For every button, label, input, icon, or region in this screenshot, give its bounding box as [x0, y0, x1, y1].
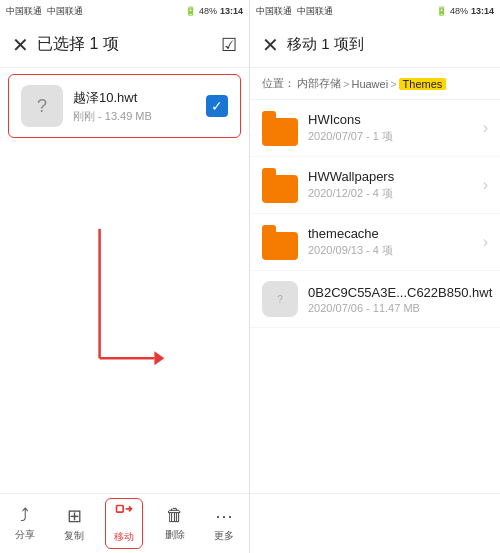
bottom-toolbar: ⤴ 分享 ⊞ 复制 移动 🗑 删除 ⋯ — [0, 493, 249, 553]
folder-name-hwwallpapers: HWWallpapers — [308, 169, 483, 184]
left-status-bar: 中国联通 中国联通 🔋 48% 13:14 — [0, 0, 249, 22]
close-button[interactable]: ✕ — [12, 33, 29, 57]
folder-icon-themecache — [262, 224, 298, 260]
left-panel: 中国联通 中国联通 🔋 48% 13:14 ✕ 已选择 1 项 ☑ ? 越泽10… — [0, 0, 250, 553]
toolbar-delete[interactable]: 🗑 删除 — [157, 501, 193, 546]
share-icon: ⤴ — [20, 505, 29, 526]
time-left: 13:14 — [220, 6, 243, 16]
battery-left: 48% — [199, 6, 217, 16]
file-icon-label: ? — [37, 96, 47, 117]
right-header: ✕ 移动 1 项到 — [250, 22, 500, 68]
battery-right: 48% — [450, 6, 468, 16]
folder-item-hwicons[interactable]: HWIcons 2020/07/07 - 1 项 › — [250, 100, 500, 157]
toolbar-more[interactable]: ⋯ 更多 — [206, 501, 242, 547]
file-item-hwt[interactable]: ? 0B2C9C55A3E...C622B850.hwt 2020/07/06 … — [250, 271, 500, 328]
folder-item-themecache[interactable]: themecache 2020/09/13 - 4 项 › — [250, 214, 500, 271]
svg-rect-3 — [117, 506, 124, 513]
file-info-hwt: 0B2C9C55A3E...C622B850.hwt 2020/07/06 - … — [308, 285, 492, 314]
carrier-left2: 中国联通 — [47, 5, 83, 18]
folder-icon-hwwallpapers — [262, 167, 298, 203]
folder-item-hwwallpapers[interactable]: HWWallpapers 2020/12/02 - 4 项 › — [250, 157, 500, 214]
chevron-themecache: › — [483, 233, 488, 251]
right-close-button[interactable]: ✕ — [262, 33, 279, 57]
file-name-left: 越泽10.hwt — [73, 89, 206, 107]
move-arrow — [0, 144, 249, 493]
folder-meta-hwwallpapers: 2020/12/02 - 4 项 — [308, 186, 483, 201]
file-meta-left: 刚刚 - 13.49 MB — [73, 109, 206, 124]
toolbar-copy[interactable]: ⊞ 复制 — [56, 501, 92, 547]
right-file-list: HWIcons 2020/07/07 - 1 项 › HWWallpapers … — [250, 100, 500, 493]
file-icon-left: ? — [21, 85, 63, 127]
share-label: 分享 — [15, 528, 35, 542]
breadcrumb-current: Themes — [399, 78, 447, 90]
delete-icon: 🗑 — [166, 505, 184, 526]
left-header: ✕ 已选择 1 项 ☑ — [0, 22, 249, 68]
copy-label: 复制 — [64, 529, 84, 543]
folder-name-hwicons: HWIcons — [308, 112, 483, 127]
battery-icon-left: 🔋 — [185, 6, 196, 16]
breadcrumb: 位置： 内部存储 > Huawei > Themes — [250, 68, 500, 100]
folder-meta-hwicons: 2020/07/07 - 1 项 — [308, 129, 483, 144]
right-bottom-bar — [250, 493, 500, 553]
folder-icon-hwicons — [262, 110, 298, 146]
file-checkbox[interactable]: ✓ — [206, 95, 228, 117]
folder-info-hwicons: HWIcons 2020/07/07 - 1 项 — [308, 112, 483, 144]
chevron-hwicons: › — [483, 119, 488, 137]
right-panel: 中国联通 中国联通 🔋 48% 13:14 ✕ 移动 1 项到 位置： 内部存储… — [250, 0, 500, 553]
copy-icon: ⊞ — [67, 505, 82, 527]
toolbar-share[interactable]: ⤴ 分享 — [7, 501, 43, 546]
left-content: ? 越泽10.hwt 刚刚 - 13.49 MB ✓ ⤴ 分享 — [0, 68, 249, 553]
arrow-area — [0, 144, 249, 493]
file-meta-hwt: 2020/07/06 - 11.47 MB — [308, 302, 492, 314]
breadcrumb-internal[interactable]: 内部存储 — [297, 76, 341, 91]
breadcrumb-huawei[interactable]: Huawei — [351, 78, 388, 90]
right-header-title: 移动 1 项到 — [287, 35, 488, 54]
folder-meta-themecache: 2020/09/13 - 4 项 — [308, 243, 483, 258]
hwt-file-icon: ? — [262, 281, 298, 317]
right-status-bar: 中国联通 中国联通 🔋 48% 13:14 — [250, 0, 500, 22]
folder-info-themecache: themecache 2020/09/13 - 4 项 — [308, 226, 483, 258]
move-label: 移动 — [114, 530, 134, 544]
folder-info-hwwallpapers: HWWallpapers 2020/12/02 - 4 项 — [308, 169, 483, 201]
chevron-hwwallpapers: › — [483, 176, 488, 194]
left-header-title: 已选择 1 项 — [37, 34, 221, 55]
carrier-right: 中国联通 — [256, 5, 292, 18]
time-right: 13:14 — [471, 6, 494, 16]
toolbar-move[interactable]: 移动 — [105, 498, 143, 549]
breadcrumb-sep1: > — [343, 78, 349, 90]
svg-marker-2 — [154, 351, 164, 365]
breadcrumb-sep2: > — [390, 78, 396, 90]
delete-label: 删除 — [165, 528, 185, 542]
carrier-right2: 中国联通 — [297, 5, 333, 18]
select-all-check[interactable]: ☑ — [221, 34, 237, 56]
battery-icon-right: 🔋 — [436, 6, 447, 16]
selected-file-item[interactable]: ? 越泽10.hwt 刚刚 - 13.49 MB ✓ — [8, 74, 241, 138]
carrier-left: 中国联通 — [6, 5, 42, 18]
file-info-left: 越泽10.hwt 刚刚 - 13.49 MB — [73, 89, 206, 124]
location-label: 位置： — [262, 76, 295, 91]
more-label: 更多 — [214, 529, 234, 543]
more-icon: ⋯ — [215, 505, 233, 527]
folder-name-themecache: themecache — [308, 226, 483, 241]
file-name-hwt: 0B2C9C55A3E...C622B850.hwt — [308, 285, 492, 300]
move-icon — [114, 503, 134, 528]
